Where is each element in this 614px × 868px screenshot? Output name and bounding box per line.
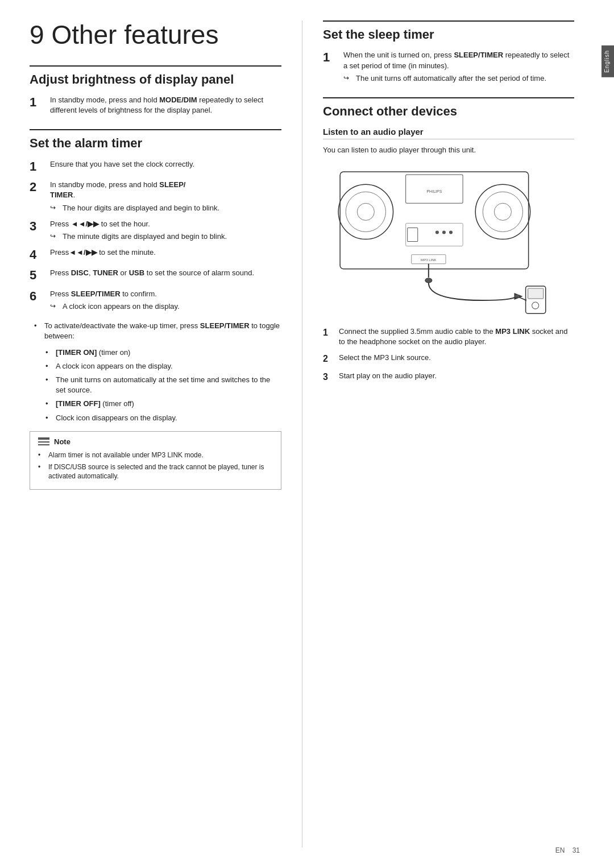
alarm-bullet-timer-off: • [TIMER OFF] (timer off) <box>45 399 281 409</box>
section-connect-devices: Connect other devices Listen to an audio… <box>323 97 574 384</box>
chapter-title: 9 Other features <box>30 20 281 49</box>
svg-point-2 <box>346 192 385 232</box>
connect-step-3: 3 Start play on the audio player. <box>323 371 574 383</box>
svg-point-3 <box>357 203 374 220</box>
note-header: Note <box>38 437 273 446</box>
alarm-step-3: 3 Press ◄◄/▶▶ to set the hour. ↪ The min… <box>30 219 281 242</box>
connect-step-2: 2 Select the MP3 Link source. <box>323 353 574 365</box>
alarm-step-1: 1 Ensure that you have set the clock cor… <box>30 159 281 174</box>
left-column: 9 Other features Adjust brightness of di… <box>30 20 302 848</box>
subsection-audio-player: Listen to an audio player You can listen… <box>323 127 574 384</box>
brightness-steps: 1 In standby mode, press and hold MODE/D… <box>30 95 281 115</box>
language-label: English <box>604 50 610 73</box>
svg-point-5 <box>483 192 522 232</box>
svg-rect-20 <box>528 288 544 298</box>
section-adjust-brightness: Adjust brightness of display panel 1 In … <box>30 65 281 116</box>
svg-point-1 <box>338 184 393 239</box>
svg-rect-7 <box>406 175 463 203</box>
connect-step-1: 1 Connect the supplied 3.5mm audio cable… <box>323 326 574 347</box>
alarm-steps: 1 Ensure that you have set the clock cor… <box>30 159 281 312</box>
audio-player-intro: You can listen to audio player through t… <box>323 145 574 155</box>
alarm-bullet-clock-icon: • A clock icon appears on the display. <box>45 361 281 371</box>
section-title-alarm: Set the alarm timer <box>30 129 281 151</box>
alarm-bullet-clock-disappears: • Clock icon disappears on the display. <box>45 413 281 423</box>
svg-rect-24 <box>515 295 520 297</box>
connect-steps: 1 Connect the supplied 3.5mm audio cable… <box>323 326 574 384</box>
note-item-1: • Alarm timer is not available under MP3… <box>38 450 273 460</box>
note-icon <box>38 437 49 445</box>
alarm-bullet-timer-on: • [TIMER ON] (timer on) <box>45 348 281 358</box>
right-column: Set the sleep timer 1 When the unit is t… <box>302 20 574 848</box>
page: English 9 Other features Adjust brightne… <box>0 0 614 868</box>
section-alarm-timer: Set the alarm timer 1 Ensure that you ha… <box>30 129 281 490</box>
device-svg: PHILIPS <box>323 166 574 315</box>
svg-point-13 <box>449 230 453 234</box>
alarm-sub-bullets: • [TIMER ON] (timer on) • A clock icon a… <box>45 348 281 423</box>
footer-lang: EN <box>555 846 565 854</box>
brightness-step-1: 1 In standby mode, press and hold MODE/D… <box>30 95 281 115</box>
note-label: Note <box>54 437 70 446</box>
sleep-steps: 1 When the unit is turned on, press SLEE… <box>323 50 574 84</box>
subsection-title-audio: Listen to an audio player <box>323 127 574 139</box>
svg-point-21 <box>532 302 539 309</box>
note-list: • Alarm timer is not available under MP3… <box>38 450 273 481</box>
svg-text:MP3 LINK: MP3 LINK <box>421 258 436 261</box>
alarm-bullet-auto-on: • The unit turns on automatically at the… <box>45 375 281 395</box>
alarm-bullet-intro: • To activate/deactivate the wake-up tim… <box>34 321 281 341</box>
page-footer: EN 31 <box>555 846 580 854</box>
section-title-brightness: Adjust brightness of display panel <box>30 65 281 87</box>
svg-point-17 <box>425 278 432 282</box>
alarm-step-2: 2 In standby mode, press and hold SLEEP/… <box>30 180 281 213</box>
svg-rect-0 <box>340 172 528 269</box>
note-box: Note • Alarm timer is not available unde… <box>30 431 281 490</box>
svg-point-6 <box>494 203 511 220</box>
svg-point-12 <box>442 230 446 234</box>
sleep-step-1: 1 When the unit is turned on, press SLEE… <box>323 50 574 84</box>
page-number: 31 <box>572 846 580 854</box>
svg-point-4 <box>475 184 530 239</box>
svg-text:PHILIPS: PHILIPS <box>426 189 442 193</box>
section-title-sleep: Set the sleep timer <box>323 20 574 42</box>
alarm-step-6: 6 Press SLEEP/TIMER to confirm. ↪ A cloc… <box>30 289 281 312</box>
svg-rect-9 <box>406 223 463 246</box>
section-sleep-timer: Set the sleep timer 1 When the unit is t… <box>323 20 574 84</box>
section-title-connect: Connect other devices <box>323 97 574 119</box>
svg-point-11 <box>435 230 439 234</box>
alarm-step-4: 4 Press◄◄/▶▶ to set the minute. <box>30 247 281 262</box>
language-tab: English <box>601 46 614 77</box>
svg-rect-10 <box>408 228 418 241</box>
device-illustration: PHILIPS <box>323 166 574 316</box>
note-item-2: • If DISC/USB source is selected and the… <box>38 462 273 482</box>
alarm-bullets: • To activate/deactivate the wake-up tim… <box>34 321 281 341</box>
alarm-step-5: 5 Press DISC, TUNER or USB to set the so… <box>30 268 281 283</box>
